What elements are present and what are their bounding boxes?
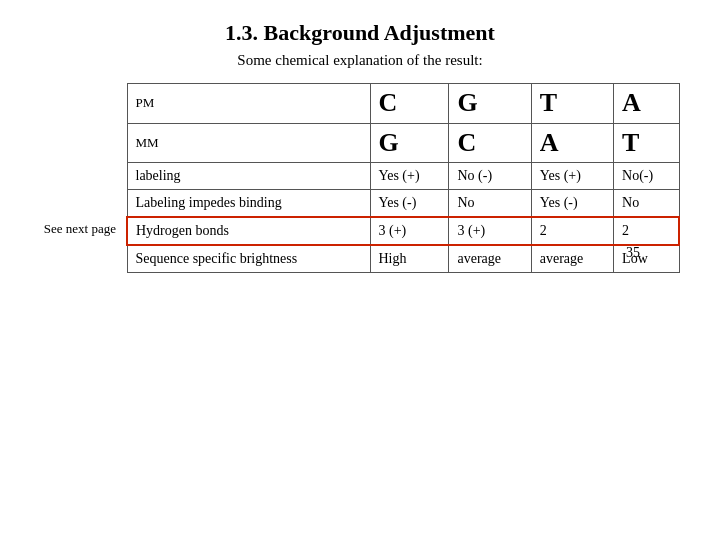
table-row: Labeling impedes binding Yes (-) No Yes … [127,190,679,218]
cell-hydrogen-g: 3 (+) [449,217,531,245]
table-row: MM G C A T [127,123,679,163]
cell-hydrogen-a: 2 [614,217,679,245]
cell-hydrogen-t: 2 [531,217,613,245]
row-label-mm: MM [127,123,370,163]
cell-labeling-c: Yes (+) [370,163,449,190]
row-label-labeling: labeling [127,163,370,190]
cell-mm-t: T [614,123,679,163]
page-number: 35 [626,245,640,261]
row-label-hydrogen: Hydrogen bonds [127,217,370,245]
cell-pm-a: A [614,84,679,124]
row-label-pm: PM [127,84,370,124]
content-area: See next page PM C G T A MM G C A [40,83,680,273]
cell-labeling-g: No (-) [449,163,531,190]
cell-pm-c: C [370,84,449,124]
data-table: PM C G T A MM G C A T labeling Yes ( [126,83,680,273]
table-row-hydrogen: Hydrogen bonds 3 (+) 3 (+) 2 2 [127,217,679,245]
cell-sequence-g: average [449,245,531,273]
cell-impedes-g: No [449,190,531,218]
cell-pm-g: G [449,84,531,124]
table-row: PM C G T A [127,84,679,124]
cell-mm-g: G [370,123,449,163]
cell-pm-t: T [531,84,613,124]
table-row: Sequence specific brightness High averag… [127,245,679,273]
side-label-area: See next page [40,83,120,273]
cell-impedes-a: No [614,190,679,218]
table-container: PM C G T A MM G C A T labeling Yes ( [126,83,680,273]
cell-sequence-a: Low [614,245,679,273]
cell-impedes-t: Yes (-) [531,190,613,218]
cell-impedes-c: Yes (-) [370,190,449,218]
row-label-sequence: Sequence specific brightness [127,245,370,273]
page-title: 1.3. Background Adjustment [225,20,495,46]
see-next-page-label: See next page [40,221,120,237]
cell-sequence-t: average [531,245,613,273]
table-row: labeling Yes (+) No (-) Yes (+) No(-) [127,163,679,190]
cell-mm-a: A [531,123,613,163]
cell-labeling-t: Yes (+) [531,163,613,190]
cell-sequence-c: High [370,245,449,273]
row-label-impedes: Labeling impedes binding [127,190,370,218]
cell-labeling-a: No(-) [614,163,679,190]
cell-mm-c: C [449,123,531,163]
cell-hydrogen-c: 3 (+) [370,217,449,245]
page-subtitle: Some chemical explanation of the result: [237,52,482,69]
